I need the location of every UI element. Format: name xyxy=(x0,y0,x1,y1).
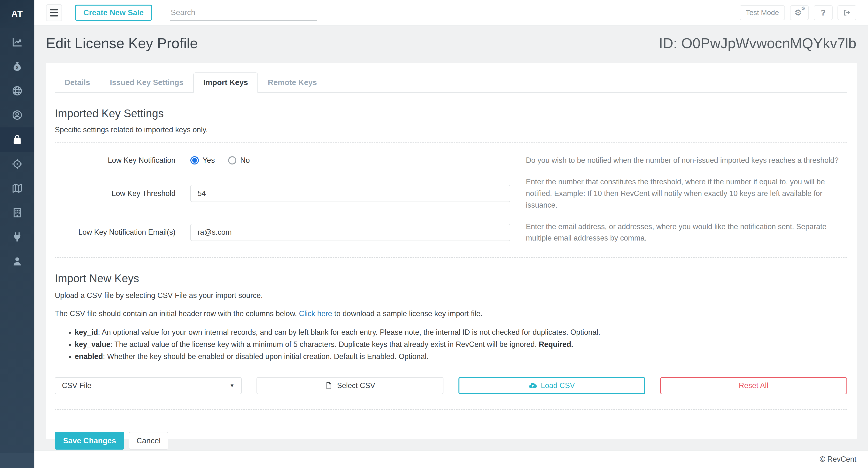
profile-id: ID: O0PwJpWvwocnMQYkv7lb xyxy=(659,35,857,52)
threshold-help-text: Enter the number that constitutes the th… xyxy=(526,176,847,211)
emails-help-text: Enter the email address, or addresses, w… xyxy=(526,221,847,244)
hamburger-icon xyxy=(50,9,58,10)
profile-card: Details Issued Key Settings Import Keys … xyxy=(46,63,857,439)
notification-help-text: Do you wish to be notified when the numb… xyxy=(526,155,847,166)
topbar-actions: Test Mode ⚙⚙ ? xyxy=(740,5,857,20)
low-key-threshold-label: Low Key Threshold xyxy=(55,189,175,198)
load-csv-button[interactable]: Load CSV xyxy=(459,377,645,394)
plug-icon xyxy=(11,231,23,243)
copyright-text: © RevCent xyxy=(820,455,857,464)
bullet-key-value: key_value: The actual value of the licen… xyxy=(75,338,847,350)
sidebar-item-web[interactable] xyxy=(0,79,34,103)
tab-remote-keys[interactable]: Remote Keys xyxy=(258,72,327,92)
sidebar-item-tracking[interactable] xyxy=(0,152,34,176)
radio-option-no[interactable]: No xyxy=(228,156,250,165)
crosshairs-icon xyxy=(11,158,23,170)
page-header: Edit License Key Profile ID: O0PwJpWvwoc… xyxy=(34,26,868,63)
file-icon xyxy=(325,381,333,390)
money-bag-icon: $ xyxy=(11,61,23,72)
shopping-bag-icon xyxy=(11,134,23,145)
sidebar-item-map[interactable] xyxy=(0,176,34,200)
page-footer: © RevCent xyxy=(34,450,868,468)
tab-bar: Details Issued Key Settings Import Keys … xyxy=(55,72,847,93)
tab-details[interactable]: Details xyxy=(55,72,100,92)
svg-text:$: $ xyxy=(16,65,19,70)
save-changes-button[interactable]: Save Changes xyxy=(55,432,124,450)
app-root: AT $ xyxy=(0,0,868,468)
low-key-emails-label: Low Key Notification Email(s) xyxy=(55,228,175,237)
import-source-value: CSV File xyxy=(62,381,92,390)
tab-issued-key-settings[interactable]: Issued Key Settings xyxy=(100,72,193,92)
low-key-emails-input[interactable] xyxy=(190,224,510,241)
import-instructions-1: Upload a CSV file by selecting CSV File … xyxy=(55,290,847,301)
divider xyxy=(55,257,847,258)
sign-out-icon xyxy=(843,8,851,17)
menu-toggle-button[interactable] xyxy=(46,4,62,21)
low-key-threshold-input[interactable] xyxy=(190,185,510,202)
create-new-sale-button[interactable]: Create New Sale xyxy=(75,5,153,21)
test-mode-button[interactable]: Test Mode xyxy=(740,5,785,20)
chart-line-icon xyxy=(11,36,23,48)
import-source-select[interactable]: CSV File ▼ xyxy=(55,377,242,394)
low-key-notification-label: Low Key Notification xyxy=(55,156,175,165)
import-controls: CSV File ▼ Select CSV Load CSV Reset All xyxy=(55,377,847,394)
user-circle-icon xyxy=(11,109,23,121)
help-button[interactable]: ? xyxy=(814,5,833,20)
radio-no-label: No xyxy=(240,156,250,165)
radio-no[interactable] xyxy=(228,156,237,164)
sidebar-item-customers[interactable] xyxy=(0,103,34,127)
imported-key-settings-form: Low Key Notification Yes No xyxy=(55,155,847,244)
sidebar-item-analytics[interactable] xyxy=(0,30,34,54)
import-new-keys-heading: Import New Keys xyxy=(55,272,847,285)
search-input[interactable] xyxy=(170,5,317,21)
person-icon xyxy=(11,255,23,267)
sidebar-item-products[interactable] xyxy=(0,127,34,152)
globe-icon xyxy=(11,85,23,97)
cogs-icon: ⚙⚙ xyxy=(795,8,804,18)
sidebar-item-sales[interactable]: $ xyxy=(0,54,34,79)
import-instructions-2: The CSV file should contain an initial h… xyxy=(55,308,847,319)
sign-out-button[interactable] xyxy=(837,5,857,20)
topbar: Create New Sale Test Mode ⚙⚙ ? xyxy=(34,0,868,26)
bullet-enabled: enabled: Whether the key should be enabl… xyxy=(75,350,847,363)
building-icon xyxy=(11,207,23,218)
bullet-key-id: key_id: An optional value for your own i… xyxy=(75,326,847,338)
select-csv-button[interactable]: Select CSV xyxy=(256,377,443,394)
chevron-down-icon: ▼ xyxy=(229,383,235,388)
tab-import-keys[interactable]: Import Keys xyxy=(193,72,258,93)
radio-yes[interactable] xyxy=(190,156,198,164)
sidebar: AT $ xyxy=(0,0,34,468)
imported-key-settings-heading: Imported Key Settings xyxy=(55,107,847,120)
cancel-button[interactable]: Cancel xyxy=(129,432,168,449)
imported-key-settings-subheading: Specific settings related to imported ke… xyxy=(55,125,847,134)
main-column: Create New Sale Test Mode ⚙⚙ ? Edit Lice… xyxy=(34,0,868,468)
form-actions: Save Changes Cancel xyxy=(55,432,847,450)
low-key-notification-radio-group: Yes No xyxy=(190,156,250,165)
help-icon: ? xyxy=(820,8,826,18)
settings-button[interactable]: ⚙⚙ xyxy=(790,5,809,20)
page-title: Edit License Key Profile xyxy=(46,35,198,52)
divider xyxy=(55,143,847,143)
sidebar-item-company[interactable] xyxy=(0,200,34,225)
sidebar-item-account[interactable] xyxy=(0,249,34,274)
radio-yes-label: Yes xyxy=(203,156,215,165)
sidebar-footer[interactable] xyxy=(0,453,34,468)
sidebar-item-integrations[interactable] xyxy=(0,225,34,249)
radio-option-yes[interactable]: Yes xyxy=(190,156,215,165)
divider xyxy=(55,409,847,410)
reset-all-button[interactable]: Reset All xyxy=(660,377,847,394)
cloud-upload-icon xyxy=(529,381,537,390)
sample-file-link[interactable]: Click here xyxy=(299,309,332,318)
sidebar-nav: $ xyxy=(0,28,34,274)
csv-columns-list: key_id: An optional value for your own i… xyxy=(75,326,847,363)
map-icon xyxy=(11,182,23,194)
brand-logo[interactable]: AT xyxy=(0,0,34,28)
